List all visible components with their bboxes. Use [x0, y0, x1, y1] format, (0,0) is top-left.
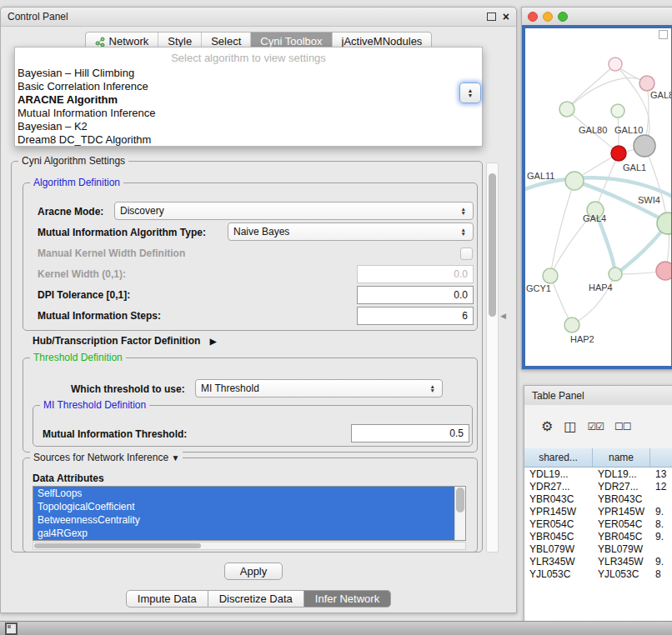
close-traffic-light[interactable]: [528, 12, 538, 22]
algorithm-definition-title: Algorithm Definition: [30, 177, 123, 188]
scrollbar-thumb[interactable]: [489, 173, 496, 317]
dropdown-item[interactable]: Mutual Information Inference: [15, 107, 482, 120]
list-vertical-scrollbar[interactable]: [454, 487, 465, 540]
window-buttons: ×: [487, 12, 509, 22]
data-attributes-label: Data Attributes: [33, 472, 104, 484]
tab-select-label: Select: [211, 35, 241, 48]
network-node[interactable]: [609, 268, 622, 281]
deselect-all-icon[interactable]: ☐☐: [614, 420, 631, 433]
network-tab-icon: [95, 37, 105, 47]
panel-collapse-arrow[interactable]: ◀: [500, 312, 506, 320]
list-item[interactable]: gal4RGexp: [33, 527, 465, 540]
table-cell: YDL19...: [593, 468, 650, 480]
restore-panel-icon[interactable]: [5, 622, 18, 635]
network-window-titlebar: [522, 8, 672, 26]
table-cell: YJL053C: [593, 568, 650, 580]
select-all-icon[interactable]: ☑☑: [587, 420, 604, 433]
network-node[interactable]: [543, 268, 558, 283]
table-row[interactable]: YER054C YER054C 8.: [524, 518, 672, 530]
sources-group-title[interactable]: Sources for Network Inference ▼: [30, 452, 183, 463]
minimize-traffic-light[interactable]: [543, 12, 553, 22]
column-header[interactable]: shared...: [524, 448, 593, 467]
hub-definition-label: Hub/Transcription Factor Definition: [33, 335, 200, 347]
kernel-width-label: Kernel Width (0,1):: [38, 268, 126, 280]
which-threshold-combobox[interactable]: MI Threshold ▲▼: [195, 379, 443, 398]
dropdown-item[interactable]: Basic Correlation Inference: [15, 80, 482, 93]
list-item[interactable]: BetweennessCentrality: [33, 513, 465, 527]
table-row[interactable]: YBL079W YBL079W: [524, 542, 672, 555]
column-header[interactable]: [650, 448, 672, 467]
network-node-label: HAP2: [570, 334, 594, 344]
network-node-label: SWI4: [638, 195, 660, 205]
network-node-label: HAP4: [589, 282, 613, 292]
network-node[interactable]: [559, 102, 574, 117]
network-node[interactable]: [611, 146, 626, 161]
gear-icon[interactable]: ⚙: [541, 420, 553, 433]
table-cell: 8: [650, 568, 672, 580]
list-item[interactable]: TopologicalCoefficient: [33, 500, 465, 513]
close-icon[interactable]: ×: [503, 12, 509, 22]
network-node[interactable]: [634, 135, 655, 157]
infer-network-tab[interactable]: Infer Network: [304, 590, 391, 608]
network-node[interactable]: [657, 212, 672, 234]
table-cell: YDR27...: [524, 481, 593, 492]
network-edge: [595, 153, 619, 210]
table-cell: YDL19...: [524, 468, 593, 480]
kernel-width-field[interactable]: 0.0: [357, 265, 474, 283]
table-cell: YLR345W: [593, 556, 650, 568]
column-header[interactable]: name: [593, 448, 650, 467]
discretize-data-tab[interactable]: Discretize Data: [208, 590, 304, 608]
manual-kernel-label: Manual Kernel Width Definition: [38, 248, 185, 259]
columns-icon[interactable]: ◫: [564, 420, 576, 433]
scrollbar-thumb[interactable]: [456, 488, 464, 512]
settings-vertical-scrollbar[interactable]: [486, 162, 499, 552]
table-row[interactable]: YBR043C YBR043C: [524, 492, 672, 505]
mi-steps-field[interactable]: 6: [357, 307, 474, 325]
mi-threshold-field[interactable]: 0.5: [351, 424, 469, 442]
mi-type-combobox[interactable]: Naive Bayes ▲▼: [228, 222, 474, 241]
network-node[interactable]: [639, 76, 654, 91]
table-cell: YPR145W: [524, 506, 593, 518]
float-window-icon[interactable]: [487, 12, 496, 21]
table-row[interactable]: YJL053C YJL053C 8: [524, 568, 672, 580]
table-row[interactable]: YDL19... YDL19... 13: [524, 468, 672, 480]
mi-type-label: Mutual Information Algorithm Type:: [38, 227, 206, 238]
network-graph[interactable]: GAL8GAL80GAL10GAL1GAL11SWI4GAL4GCY1HAP4H…: [525, 28, 672, 368]
dropdown-item[interactable]: Bayesian – K2: [15, 120, 482, 133]
algorithm-combobox-arrows[interactable]: ▲ ▼: [459, 82, 481, 103]
network-node[interactable]: [565, 172, 584, 190]
dpi-tolerance-field[interactable]: 0.0: [357, 286, 474, 304]
table-row[interactable]: YDR27... YDR27... 12: [524, 480, 672, 492]
table-cell: 13: [650, 468, 672, 480]
manual-kernel-checkbox[interactable]: [460, 248, 473, 260]
network-node[interactable]: [609, 58, 622, 71]
mi-type-value: Naive Bayes: [233, 226, 289, 238]
table-toolbar: ⚙ ◫ ☑☑ ☐☐: [524, 405, 672, 449]
dropdown-placeholder: Select algorithm to view settings: [15, 50, 482, 67]
hub-definition-expander[interactable]: Hub/Transcription Factor Definition ▶: [33, 335, 216, 347]
table-row[interactable]: YLR345W YLR345W 9.: [524, 555, 672, 568]
dropdown-item[interactable]: Bayesian – Hill Climbing: [15, 67, 482, 80]
network-node-label: GAL11: [527, 171, 554, 181]
which-threshold-value: MI Threshold: [201, 382, 259, 394]
dropdown-item[interactable]: Dream8 DC_TDC Algorithm: [15, 133, 482, 147]
scrollbar-thumb[interactable]: [34, 543, 201, 548]
node-table: shared... name YDL19... YDL19... 13 YDR2…: [524, 448, 672, 634]
table-row[interactable]: YPR145W YPR145W 9.: [524, 505, 672, 518]
network-node[interactable]: [656, 262, 672, 280]
combo-down-icon: ▼: [468, 93, 474, 98]
table-cell: YDR27...: [593, 481, 650, 492]
table-row[interactable]: YBR045C YBR045C 9.: [524, 530, 672, 542]
network-node[interactable]: [611, 104, 624, 118]
list-horizontal-scrollbar[interactable]: [33, 542, 466, 550]
zoom-traffic-light[interactable]: [558, 12, 568, 22]
impute-data-tab[interactable]: Impute Data: [126, 590, 208, 608]
aracne-mode-combobox[interactable]: Discovery ▲▼: [114, 202, 474, 220]
dropdown-item-selected[interactable]: ARACNE Algorithm: [15, 93, 482, 107]
network-node[interactable]: [564, 318, 579, 332]
list-item[interactable]: SelfLoops: [33, 487, 465, 500]
apply-button[interactable]: Apply: [224, 562, 283, 580]
network-canvas[interactable]: GAL8GAL80GAL10GAL1GAL11SWI4GAL4GCY1HAP4H…: [522, 25, 672, 369]
table-cell: 9.: [650, 531, 672, 542]
table-cell: 9.: [650, 506, 672, 518]
